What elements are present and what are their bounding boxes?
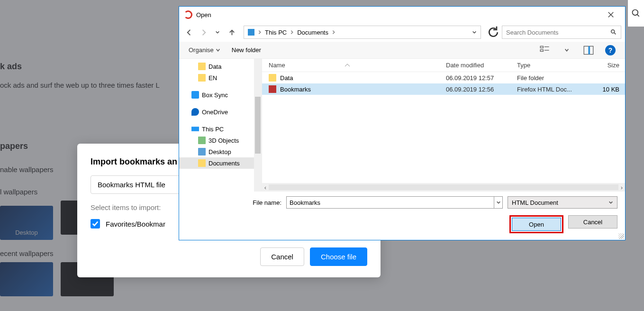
dialog-cancel-button[interactable]: Cancel — [568, 215, 617, 229]
column-headers: Name Date modified Type Size — [262, 59, 625, 72]
preview-pane-button[interactable] — [583, 45, 594, 55]
favorites-checkbox[interactable] — [91, 219, 100, 229]
breadcrumb-seg-documents[interactable]: Documents — [297, 29, 328, 36]
file-type-filter[interactable]: HTML Document — [508, 196, 617, 209]
svg-rect-7 — [540, 46, 543, 48]
tree-item-onedrive[interactable]: OneDrive — [179, 106, 262, 118]
resize-handle[interactable] — [618, 233, 624, 239]
search-input[interactable] — [506, 29, 610, 36]
new-folder-button[interactable]: New folder — [232, 46, 261, 54]
tree-item-boxsync[interactable]: Box Sync — [179, 89, 262, 101]
import-cancel-button[interactable]: Cancel — [260, 247, 304, 266]
svg-line-1 — [637, 15, 639, 17]
refresh-button[interactable] — [487, 26, 500, 39]
favorites-checkbox-label: Favorites/Bookmar — [106, 220, 165, 228]
filename-label: File name: — [187, 199, 281, 206]
nav-forward-button[interactable] — [197, 26, 209, 38]
svg-point-5 — [611, 30, 615, 33]
help-button[interactable]: ? — [605, 45, 616, 55]
col-name[interactable]: Name — [269, 62, 446, 69]
address-dropdown-icon[interactable] — [472, 30, 477, 35]
file-row-data[interactable]: Data 06.09.2019 12:57 File folder — [262, 72, 625, 83]
tree-item-documents[interactable]: Documents — [179, 157, 262, 169]
file-row-bookmarks[interactable]: Bookmarks 06.09.2019 12:56 Firefox HTML … — [262, 83, 625, 95]
organise-menu[interactable]: Organise — [189, 46, 220, 54]
col-type[interactable]: Type — [517, 62, 587, 69]
nav-recent-button[interactable] — [211, 26, 224, 38]
opera-icon — [184, 10, 192, 19]
svg-point-0 — [633, 10, 638, 16]
dialog-title: Open — [196, 11, 211, 18]
breadcrumb-seg-thispc[interactable]: This PC — [265, 29, 287, 36]
scroll-right-icon[interactable]: › — [618, 183, 625, 192]
view-dropdown-button[interactable] — [562, 45, 572, 55]
choose-file-button[interactable]: Choose file — [310, 247, 367, 266]
close-button[interactable] — [601, 8, 620, 21]
pc-icon — [248, 29, 254, 36]
html-file-icon — [269, 85, 276, 93]
file-list: Data 06.09.2019 12:57 File folder Bookma… — [262, 72, 625, 183]
tree-item-en[interactable]: EN — [179, 72, 262, 83]
search-icon — [610, 29, 617, 36]
tree-item-data[interactable]: Data — [179, 61, 262, 72]
filename-input[interactable] — [286, 196, 494, 209]
col-date[interactable]: Date modified — [446, 62, 517, 69]
tree-item-thispc[interactable]: This PC — [179, 123, 262, 135]
search-box[interactable] — [502, 26, 621, 39]
col-size[interactable]: Size — [587, 62, 625, 69]
folder-tree: Data EN Box Sync OneDrive This PC 3D Obj… — [179, 59, 262, 192]
tree-item-desktop[interactable]: Desktop — [179, 146, 262, 157]
dialog-titlebar: Open — [179, 7, 625, 23]
tree-scrollbar[interactable] — [254, 59, 262, 192]
nav-up-button[interactable] — [226, 26, 238, 38]
view-options-button[interactable] — [540, 45, 550, 55]
browser-search-button[interactable] — [628, 0, 644, 27]
svg-line-6 — [614, 33, 616, 35]
nav-back-button[interactable] — [183, 26, 195, 38]
tree-item-3dobjects[interactable]: 3D Objects — [179, 135, 262, 146]
address-bar[interactable]: This PC Documents — [244, 26, 481, 39]
filename-dropdown-button[interactable] — [494, 196, 503, 209]
file-open-dialog: Open This PC Documents Organise New fold… — [179, 6, 626, 240]
open-button[interactable]: Open — [512, 218, 561, 231]
horizontal-scrollbar[interactable]: ‹ › — [262, 183, 625, 192]
open-button-highlight: Open — [509, 215, 563, 233]
svg-rect-8 — [540, 49, 543, 51]
scroll-left-icon[interactable]: ‹ — [262, 183, 269, 192]
folder-icon — [269, 74, 276, 82]
